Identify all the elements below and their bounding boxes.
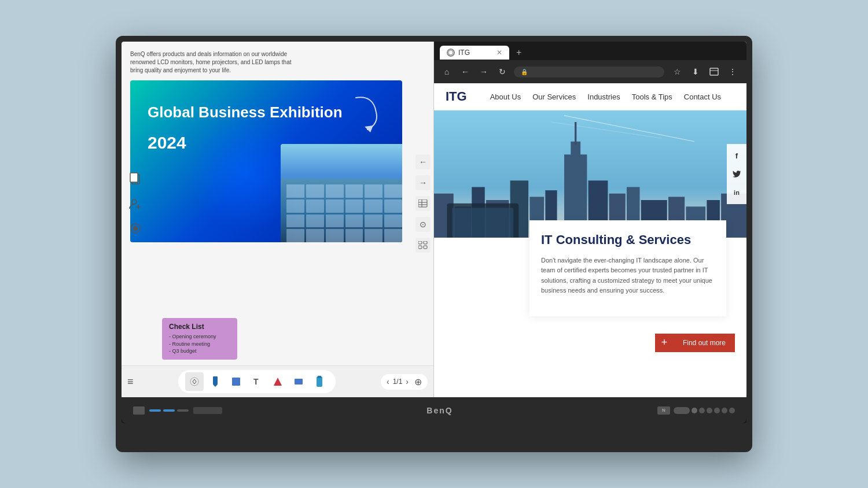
indicator-3 <box>177 409 189 412</box>
record-icon[interactable] <box>127 220 144 236</box>
tab-close-btn[interactable]: ✕ <box>496 49 502 57</box>
marker-tool-btn[interactable] <box>206 372 225 391</box>
home-btn[interactable]: ⌂ <box>440 65 454 79</box>
consulting-title: IT Consulting & Services <box>541 232 715 249</box>
shape-tool-btn[interactable] <box>227 372 245 391</box>
checklist-item-3: - Q3 budget <box>169 347 230 355</box>
status-dot-4 <box>714 408 720 413</box>
linkedin-icon[interactable]: in <box>730 186 744 199</box>
svg-rect-12 <box>418 241 422 244</box>
back-btn[interactable]: ← <box>458 65 472 79</box>
cityscape-svg <box>434 110 746 238</box>
nav-tools-tips[interactable]: Tools & Tips <box>632 93 672 101</box>
arrow-right-icon[interactable]: → <box>415 175 431 190</box>
clip-tool-btn[interactable] <box>310 372 329 391</box>
menu-icon[interactable]: ≡ <box>127 376 134 388</box>
nav-our-services[interactable]: Our Services <box>532 93 576 101</box>
facebook-icon[interactable]: f <box>730 149 744 162</box>
building-windows <box>286 184 402 242</box>
svg-marker-21 <box>274 378 282 386</box>
tab-favicon <box>447 49 455 57</box>
svg-rect-13 <box>424 241 427 244</box>
triangle-tool-btn[interactable] <box>269 372 287 391</box>
address-bar[interactable]: 🔒 <box>514 66 664 77</box>
new-tab-btn[interactable]: + <box>512 45 526 60</box>
svg-rect-15 <box>424 246 427 249</box>
slide-container: Global Business Exhibition 2024 <box>130 80 402 242</box>
monitor: BenQ offers products and deals informati… <box>116 36 752 452</box>
prev-page-btn[interactable]: ‹ <box>387 377 389 386</box>
nav-contact-us[interactable]: Contact Us <box>684 93 721 101</box>
svg-rect-22 <box>295 379 303 385</box>
svg-rect-17 <box>213 376 218 385</box>
menu-dots-btn[interactable]: ⋮ <box>724 64 741 80</box>
hero-section: f in <box>434 110 746 238</box>
next-page-btn[interactable]: › <box>406 377 409 386</box>
star-btn[interactable]: ☆ <box>669 64 685 80</box>
twitter-icon[interactable] <box>730 167 744 181</box>
status-dot-3 <box>707 408 712 413</box>
tab-view-btn[interactable] <box>706 64 722 80</box>
status-dot-1 <box>692 408 697 413</box>
status-dot-5 <box>722 408 727 413</box>
site-nav: ITG About Us Our Services Industries Too… <box>434 83 746 110</box>
right-sidebar: ← → ⊙ <box>415 154 431 253</box>
find-out-more-btn[interactable]: Find out more <box>674 334 735 352</box>
taskbar-icon-right: N <box>657 406 670 415</box>
user-add-icon[interactable] <box>127 195 144 212</box>
monitor-screen: BenQ offers products and deals informati… <box>122 42 746 423</box>
target-icon[interactable]: ⊙ <box>415 217 431 232</box>
grid-icon[interactable] <box>415 238 431 253</box>
reload-btn[interactable]: ↻ <box>495 65 509 79</box>
square-tool-btn[interactable] <box>289 372 308 391</box>
svg-rect-40 <box>575 122 576 145</box>
svg-text:T: T <box>253 377 259 386</box>
checklist-item-2: - Routine meeting <box>169 341 230 348</box>
svg-rect-19 <box>232 378 240 386</box>
forward-btn[interactable]: → <box>477 65 491 79</box>
table-icon[interactable] <box>415 196 431 211</box>
left-panel: BenQ offers products and deals informati… <box>122 42 434 397</box>
svg-marker-18 <box>213 385 218 387</box>
svg-rect-26 <box>710 68 718 75</box>
svg-rect-8 <box>418 199 427 207</box>
svg-rect-2 <box>130 173 138 182</box>
slide-text: Global Business Exhibition 2024 <box>148 103 343 153</box>
pen-tool-btn[interactable] <box>185 372 204 391</box>
site-nav-links: About Us Our Services Industries Tools &… <box>490 93 721 101</box>
nav-about-us[interactable]: About Us <box>490 93 521 101</box>
browser-address-bar: ⌂ ← → ↻ 🔒 ☆ ⬇ <box>434 60 746 83</box>
svg-point-16 <box>190 378 198 386</box>
consulting-desc: Don't navigate the ever-changing IT land… <box>541 256 715 296</box>
taskbar: BenQ N <box>122 397 746 423</box>
taskbar-pill <box>193 407 222 414</box>
nav-industries[interactable]: Industries <box>587 93 620 101</box>
svg-point-3 <box>132 199 137 204</box>
download-btn[interactable]: ⬇ <box>687 64 704 80</box>
zoom-btn[interactable]: ⊕ <box>414 376 422 387</box>
site-logo[interactable]: ITG <box>446 89 467 104</box>
taskbar-icon-1 <box>133 406 145 415</box>
status-dot-6 <box>729 408 735 413</box>
svg-rect-14 <box>418 246 422 249</box>
benq-description: BenQ offers products and deals informati… <box>130 50 292 75</box>
social-sidebar: f in <box>727 144 746 204</box>
taskbar-indicators <box>149 409 189 412</box>
copy-icon[interactable] <box>127 171 144 187</box>
bottom-toolbar: ≡ <box>122 365 433 397</box>
arrow-left-icon[interactable]: ← <box>415 154 431 169</box>
taskbar-right: N <box>657 406 735 415</box>
left-sidebar <box>127 171 144 236</box>
content-section: IT Consulting & Services Don't navigate … <box>434 238 746 328</box>
cta-plus-btn[interactable]: + <box>655 334 674 352</box>
tab-title: ITG <box>458 49 470 57</box>
svg-point-25 <box>448 50 453 55</box>
taskbar-left <box>133 406 222 415</box>
toolbar-nav: ‹ 1/1 › ⊕ <box>381 374 428 390</box>
website: ITG About Us Our Services Industries Too… <box>434 83 746 397</box>
taskbar-status-icons <box>674 407 735 414</box>
browser-tab-itg[interactable]: ITG ✕ <box>440 46 509 60</box>
page-indicator: 1/1 <box>393 378 403 386</box>
text-tool-btn[interactable]: T <box>248 372 266 391</box>
hero-bg <box>434 110 746 238</box>
